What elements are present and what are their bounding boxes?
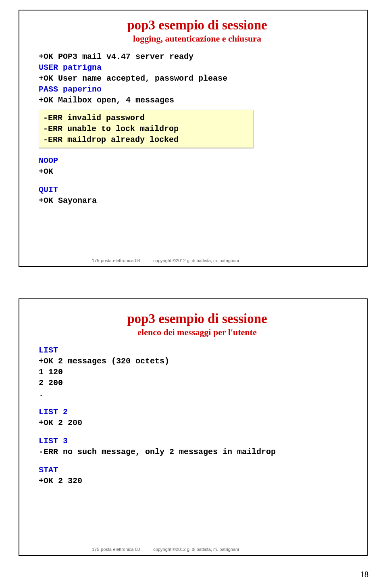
- page: pop3 esempio di sessione logging, autent…: [0, 0, 387, 588]
- resp-list-line1: 1 120: [39, 367, 356, 377]
- resp-list-ok: +OK 2 messages (320 octets): [39, 356, 356, 367]
- cmd-stat: STAT: [39, 465, 356, 475]
- slide1-subtitle: logging, autenticazione e chiusura: [39, 33, 356, 44]
- resp-list-line2: 2 200: [39, 377, 356, 388]
- resp-sayonara: +OK Sayonara: [39, 195, 356, 206]
- spacer: [39, 428, 356, 436]
- spacer: [39, 457, 356, 465]
- line-ok-server: +OK POP3 mail v4.47 server ready: [39, 51, 356, 62]
- footer-copyright: copyright ©2012 g. di battista, m. patri…: [153, 258, 239, 263]
- slide-1-inner: pop3 esempio di sessione logging, autent…: [19, 10, 367, 266]
- slide2-title: pop3 esempio di sessione: [39, 311, 356, 326]
- slide-2: pop3 esempio di sessione elenco dei mess…: [19, 298, 368, 556]
- resp-user-accepted: +OK User name accepted, password please: [39, 73, 356, 84]
- err-invalid-password: -ERR invalid password: [43, 113, 249, 123]
- page-number: 18: [360, 570, 368, 579]
- cmd-list: LIST: [39, 345, 356, 356]
- resp-stat-ok: +OK 2 320: [39, 475, 356, 486]
- cmd-quit: QUIT: [39, 184, 356, 195]
- slide1-title: pop3 esempio di sessione: [39, 18, 356, 33]
- footer-id: 175-posta-elettronica-03: [92, 547, 140, 552]
- err-already-locked: -ERR maildrop already locked: [43, 134, 249, 145]
- footer-copyright: copyright ©2012 g. di battista, m. patri…: [153, 547, 239, 552]
- error-box: -ERR invalid password -ERR unable to loc…: [39, 110, 253, 148]
- cmd-user: USER patrigna: [39, 62, 356, 73]
- resp-list2-ok: +OK 2 200: [39, 417, 356, 428]
- slide2-body: LIST +OK 2 messages (320 octets) 1 120 2…: [39, 345, 356, 486]
- cmd-pass: PASS paperino: [39, 84, 356, 95]
- spacer: [39, 177, 356, 184]
- cmd-list3: LIST 3: [39, 436, 356, 446]
- slide-2-inner: pop3 esempio di sessione elenco dei mess…: [19, 299, 367, 555]
- spacer: [39, 399, 356, 407]
- slide1-body: +OK POP3 mail v4.47 server ready USER pa…: [39, 51, 356, 206]
- slide1-footer: 175-posta-elettronica-03 copyright ©2012…: [92, 258, 251, 263]
- resp-list3-err: -ERR no such message, only 2 messages in…: [39, 446, 356, 457]
- resp-mailbox-open: +OK Mailbox open, 4 messages: [39, 95, 356, 106]
- resp-noop-ok: +OK: [39, 166, 356, 177]
- footer-id: 175-posta-elettronica-03: [92, 258, 140, 263]
- cmd-list2: LIST 2: [39, 407, 356, 417]
- slide2-footer: 175-posta-elettronica-03 copyright ©2012…: [92, 547, 251, 552]
- slide-1: pop3 esempio di sessione logging, autent…: [19, 10, 368, 267]
- cmd-noop: NOOP: [39, 155, 356, 166]
- resp-list-dot: .: [39, 388, 356, 399]
- slide2-subtitle: elenco dei messaggi per l'utente: [39, 327, 356, 338]
- err-unable-lock: -ERR unable to lock maildrop: [43, 123, 249, 134]
